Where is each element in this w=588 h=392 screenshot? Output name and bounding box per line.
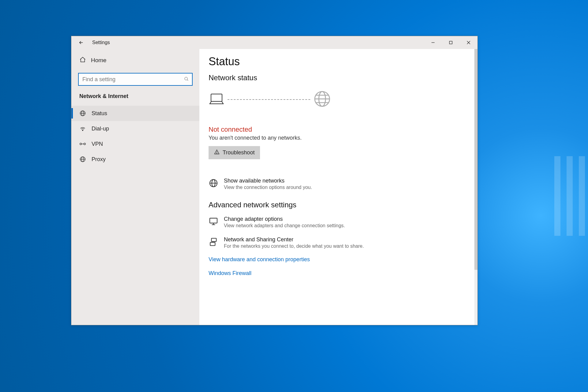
svg-point-10	[80, 143, 82, 145]
sidebar-item-proxy[interactable]: Proxy	[71, 152, 199, 167]
svg-rect-31	[210, 242, 215, 246]
close-button[interactable]	[460, 36, 477, 49]
svg-point-23	[217, 153, 217, 153]
proxy-icon	[79, 156, 86, 163]
warning-icon	[214, 149, 220, 156]
window-title: Settings	[92, 40, 110, 45]
network-status-heading: Network status	[209, 74, 465, 82]
show-networks-title: Show available networks	[224, 178, 312, 184]
sidebar-home[interactable]: Home	[71, 54, 199, 67]
adapter-options-button[interactable]: Change adapter options View network adap…	[209, 216, 465, 228]
back-button[interactable]	[77, 38, 85, 47]
laptop-icon	[209, 92, 224, 107]
sharing-title: Network and Sharing Center	[224, 236, 364, 243]
svg-rect-1	[450, 41, 452, 44]
sidebar-item-vpn[interactable]: VPN	[71, 136, 199, 152]
sidebar-item-label: Proxy	[92, 156, 106, 163]
advanced-heading: Advanced network settings	[209, 201, 465, 209]
search-input[interactable]	[78, 73, 193, 86]
home-icon	[79, 56, 86, 64]
troubleshoot-label: Troubleshoot	[223, 149, 254, 156]
adapter-icon	[209, 217, 218, 226]
troubleshoot-button[interactable]: Troubleshoot	[209, 146, 260, 159]
dialup-icon	[79, 125, 86, 132]
status-title: Not connected	[209, 126, 465, 134]
home-label: Home	[91, 57, 107, 64]
sidebar-item-label: Status	[92, 110, 107, 117]
content-row: Home Network & Internet Status	[71, 49, 477, 325]
show-networks-sub: View the connection options around you.	[224, 185, 312, 190]
sharing-sub: For the networks you connect to, decide …	[224, 243, 364, 249]
adapter-sub: View network adapters and change connect…	[224, 223, 345, 228]
svg-rect-27	[210, 218, 217, 223]
dashed-line-icon	[228, 99, 310, 100]
firewall-link[interactable]: Windows Firewall	[209, 270, 465, 277]
network-diagram	[209, 86, 465, 115]
search-wrap	[71, 73, 199, 90]
settings-window: Settings Home	[71, 36, 478, 325]
sidebar-item-status[interactable]: Status	[71, 106, 199, 121]
sidebar-item-label: VPN	[92, 141, 103, 147]
titlebar: Settings	[71, 36, 477, 49]
adapter-title: Change adapter options	[224, 216, 345, 222]
show-networks-button[interactable]: Show available networks View the connect…	[209, 178, 465, 190]
sidebar-category: Network & Internet	[71, 90, 199, 103]
svg-point-11	[84, 143, 86, 145]
maximize-button[interactable]	[442, 36, 460, 49]
sidebar-item-dialup[interactable]: Dial-up	[71, 121, 199, 136]
svg-rect-30	[211, 238, 216, 242]
minimize-button[interactable]	[424, 36, 442, 49]
sharing-center-button[interactable]: Network and Sharing Center For the netwo…	[209, 236, 465, 249]
globe-icon	[79, 110, 86, 117]
sidebar: Home Network & Internet Status	[71, 49, 199, 325]
scrollbar-thumb[interactable]	[474, 49, 477, 270]
wifi-globe-icon	[209, 178, 218, 188]
scrollbar[interactable]	[474, 49, 477, 325]
globe-large-icon	[313, 90, 331, 109]
svg-rect-16	[211, 94, 222, 101]
svg-point-9	[82, 130, 83, 131]
main-panel: Status Network status Not connected You …	[199, 49, 477, 325]
sharing-icon	[209, 237, 218, 247]
page-title: Status	[209, 55, 465, 68]
desktop-accent	[554, 156, 588, 236]
sidebar-item-label: Dial-up	[92, 126, 109, 132]
hardware-link[interactable]: View hardware and connection properties	[209, 256, 465, 263]
vpn-icon	[79, 141, 86, 147]
status-subtitle: You aren't connected to any networks.	[209, 135, 465, 141]
